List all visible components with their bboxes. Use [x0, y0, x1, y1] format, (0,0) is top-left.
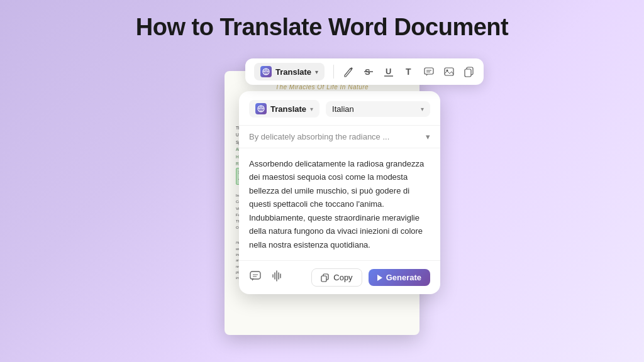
- content-area: The Miracles Of Life In Nature The Aesth…: [0, 52, 644, 335]
- lang-chevron: ▾: [421, 106, 424, 112]
- toolbar-pen-button[interactable]: [343, 66, 354, 77]
- lang-label: Italian: [332, 104, 354, 114]
- panel-footer: Copy Generate: [239, 260, 440, 294]
- footer-audio-button[interactable]: [270, 270, 283, 285]
- panel-translate-icon: [255, 103, 267, 114]
- toolbar: Translate ▾ S U T: [245, 58, 484, 85]
- panel-translate-label: Translate: [270, 104, 306, 114]
- toolbar-comment-button[interactable]: [423, 66, 435, 77]
- toolbar-translate-button[interactable]: Translate ▾: [254, 63, 325, 80]
- generate-label: Generate: [386, 273, 421, 282]
- panel-translate-dropdown[interactable]: Translate ▾: [249, 100, 319, 118]
- svg-text:T: T: [406, 67, 411, 77]
- toolbar-translate-label: Translate: [275, 67, 311, 77]
- generate-play-icon: [377, 275, 382, 281]
- toolbar-copy-button[interactable]: [464, 66, 475, 77]
- svg-rect-12: [425, 68, 433, 74]
- source-text-row[interactable]: By delicately absorbing the radiance ...…: [239, 126, 440, 148]
- page-title: How to Translate Word Document: [0, 0, 644, 52]
- footer-left: [249, 270, 283, 285]
- toolbar-translate-chevron: ▾: [315, 69, 318, 75]
- toolbar-text-button[interactable]: T: [403, 66, 414, 77]
- svg-rect-18: [465, 69, 471, 77]
- footer-comment-button[interactable]: [249, 270, 262, 285]
- svg-rect-15: [445, 68, 453, 75]
- translated-text: Assorbendo delicatamente la radiosa gran…: [249, 157, 430, 251]
- copy-label: Copy: [333, 273, 352, 282]
- panel-header: Translate ▾ Italian ▾: [239, 91, 440, 126]
- svg-rect-20: [250, 272, 260, 279]
- toolbar-underline-button[interactable]: U: [383, 66, 394, 77]
- svg-text:U: U: [386, 67, 391, 76]
- panel-translate-chevron: ▾: [310, 106, 313, 112]
- translated-text-area: Assorbendo delicatamente la radiosa gran…: [239, 148, 440, 260]
- language-selector[interactable]: Italian ▾: [326, 101, 430, 117]
- toolbar-divider: [333, 65, 334, 79]
- source-text: By delicately absorbing the radiance ...: [249, 132, 389, 141]
- toolbar-strikethrough-button[interactable]: S: [363, 66, 374, 77]
- footer-right: Copy Generate: [311, 268, 430, 287]
- toolbar-image-button[interactable]: [443, 66, 455, 77]
- translate-panel: Translate ▾ Italian ▾ By delicately abso…: [239, 91, 440, 294]
- svg-rect-24: [321, 276, 326, 282]
- copy-button[interactable]: Copy: [311, 268, 362, 287]
- translate-icon: [260, 66, 272, 77]
- source-chevron: ▾: [426, 132, 430, 141]
- generate-button[interactable]: Generate: [369, 269, 430, 286]
